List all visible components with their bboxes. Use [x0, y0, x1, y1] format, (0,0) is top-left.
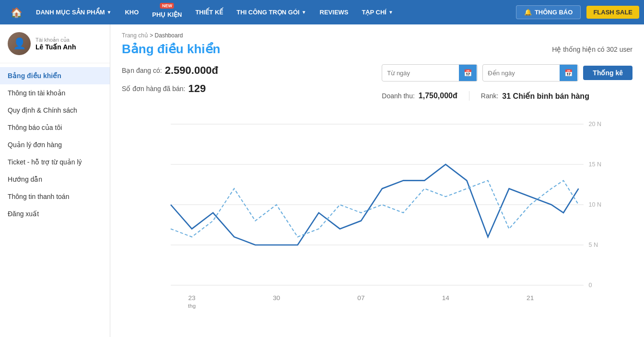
dashed-line: [171, 181, 579, 237]
to-date-input[interactable]: 📅: [482, 64, 578, 81]
to-date-calendar-button[interactable]: 📅: [560, 65, 577, 81]
revenue-value: 1,750,000đ: [419, 92, 457, 100]
orders-value: 129: [188, 82, 206, 95]
top-section: Bạn đang có: 2.590.000đ Số đơn hàng đã b…: [122, 64, 632, 108]
from-date-input[interactable]: 📅: [382, 64, 478, 81]
y-label-15: 15 N: [589, 161, 602, 168]
breadcrumb-current: Dashboard: [155, 32, 183, 39]
x-sublabel-thg1: thg: [188, 303, 196, 309]
navbar: 🏠 DANH MỤC SẢN PHẨM ▼ KHO NEW PHỤ KIỆN T…: [0, 0, 644, 24]
sidebar-item-dashboard[interactable]: Bảng điều khiển: [0, 67, 110, 84]
chevron-down-icon: ▼: [302, 10, 306, 15]
sidebar-item-orders[interactable]: Quản lý đơn hàng: [0, 136, 110, 153]
main-layout: 👤 Tài khoản của Lê Tuấn Anh Bảng điều kh…: [0, 24, 644, 337]
new-badge: NEW: [160, 3, 174, 9]
nav-danh-muc[interactable]: DANH MỤC SẢN PHẨM ▼: [30, 0, 117, 24]
nav-reviews[interactable]: REVIEWS: [314, 0, 354, 24]
sidebar-item-logout[interactable]: Đăng xuất: [0, 205, 110, 222]
rank-label: Rank:: [481, 92, 499, 100]
flash-sale-button[interactable]: FLASH SALE: [586, 6, 639, 19]
revenue-stat: Doanh thu: 1,750,000đ: [382, 92, 457, 100]
breadcrumb-separator: >: [150, 32, 154, 39]
orders-label: Số đơn hàng đã bán:: [122, 85, 185, 93]
orders-stat: Số đơn hàng đã bán: 129: [122, 82, 218, 95]
page-header: Bảng điều khiển Hệ thống hiện có 302 use…: [122, 42, 632, 57]
sidebar-item-ticket[interactable]: Ticket - hỗ trợ từ quản lý: [0, 153, 110, 171]
sidebar-item-account[interactable]: Thông tin tài khoản: [0, 84, 110, 102]
rank-value: 31 Chiến binh bán hàng: [502, 92, 589, 101]
from-date-field[interactable]: [382, 67, 459, 80]
x-label-30: 30: [273, 295, 281, 302]
nav-thiet-ke[interactable]: THIẾT KẾ: [189, 0, 229, 24]
filter-stats-section: 📅 📅 Thống kê Doanh thu: 1,750,000đ: [382, 64, 632, 108]
nav-phu-kien[interactable]: NEW PHỤ KIỆN: [146, 0, 187, 24]
chart-container: 20 N 15 N 10 N 5 N 0 23 thg 30 07 14 21: [122, 114, 632, 315]
y-label-5: 5 N: [589, 242, 598, 248]
notification-button[interactable]: 🔔 THÔNG BÁO: [516, 5, 581, 19]
line-chart: 20 N 15 N 10 N 5 N 0 23 thg 30 07 14 21: [122, 114, 632, 315]
sidebar-item-guide[interactable]: Hướng dẫn: [0, 171, 110, 188]
page-title: Bảng điều khiển: [122, 42, 220, 57]
balance-section: Bạn đang có: 2.590.000đ Số đơn hàng đã b…: [122, 64, 218, 95]
chevron-down-icon: ▼: [388, 10, 393, 15]
account-label: Tài khoản của: [35, 37, 76, 43]
home-button[interactable]: 🏠: [5, 7, 28, 18]
nav-tap-chi[interactable]: TẠP CHÍ ▼: [356, 0, 399, 24]
chevron-down-icon: ▼: [107, 10, 112, 15]
rank-stat: Rank: 31 Chiến binh bán hàng: [481, 92, 589, 101]
from-date-calendar-button[interactable]: 📅: [459, 65, 477, 81]
sidebar: 👤 Tài khoản của Lê Tuấn Anh Bảng điều kh…: [0, 24, 110, 337]
x-label-14: 14: [442, 295, 450, 302]
user-count: Hệ thống hiện có 302 user: [552, 46, 632, 53]
breadcrumb-home[interactable]: Trang chủ: [122, 32, 148, 39]
sidebar-item-notifications[interactable]: Thông báo của tôi: [0, 119, 110, 136]
revenue-rank-stats: Doanh thu: 1,750,000đ Rank: 31 Chiến bin…: [382, 91, 632, 101]
sidebar-item-payment[interactable]: Thông tin thanh toán: [0, 188, 110, 205]
main-content: Trang chủ > Dashboard Bảng điều khiển Hệ…: [110, 24, 644, 337]
user-name: Lê Tuấn Anh: [35, 43, 76, 51]
stat-divider: [469, 91, 469, 101]
filter-row: 📅 📅 Thống kê: [382, 64, 632, 81]
revenue-label: Doanh thu:: [382, 92, 415, 100]
x-label-23: 23: [188, 295, 196, 302]
profile-text: Tài khoản của Lê Tuấn Anh: [35, 37, 76, 51]
avatar: 👤: [8, 32, 31, 55]
to-date-field[interactable]: [483, 67, 560, 80]
sidebar-item-policy[interactable]: Quy định & Chính sách: [0, 102, 110, 119]
balance-label: Bạn đang có:: [122, 67, 162, 74]
nav-thi-cong[interactable]: THI CÔNG TRỌN GÓI ▼: [231, 0, 312, 24]
x-label-07: 07: [357, 295, 364, 302]
balance-stat: Bạn đang có: 2.590.000đ: [122, 64, 218, 77]
y-label-0: 0: [589, 282, 592, 289]
user-profile: 👤 Tài khoản của Lê Tuấn Anh: [0, 32, 110, 63]
x-label-21: 21: [527, 295, 534, 302]
nav-kho[interactable]: KHO: [119, 0, 144, 24]
y-label-10: 10 N: [589, 201, 602, 208]
y-label-20: 20 N: [589, 121, 602, 128]
balance-value: 2.590.000đ: [165, 64, 218, 77]
bell-icon: 🔔: [524, 9, 532, 16]
breadcrumb: Trang chủ > Dashboard: [122, 32, 632, 39]
statistics-button[interactable]: Thống kê: [583, 66, 632, 80]
